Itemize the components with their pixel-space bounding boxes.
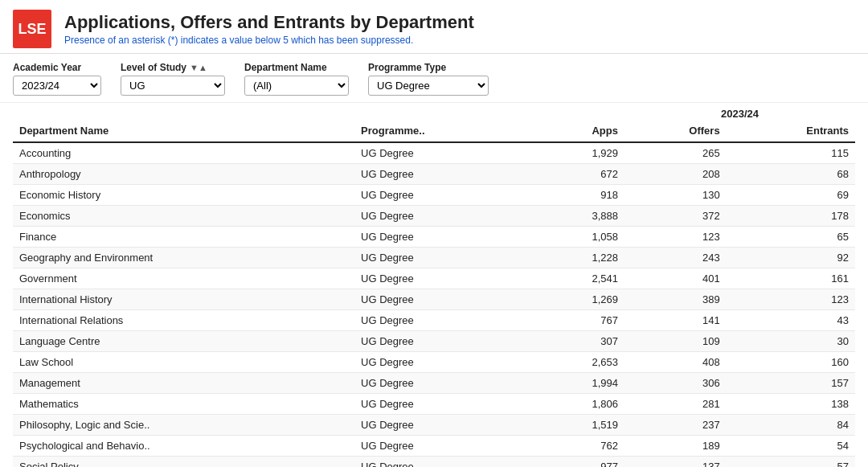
programme-type-label: Programme Type xyxy=(368,62,489,73)
table-row: Geography and Environment UG Degree 1,22… xyxy=(13,248,855,268)
cell-prog: UG Degree xyxy=(354,310,534,331)
cell-dept: Economics xyxy=(13,206,354,227)
table-row: Language Centre UG Degree 307 109 30 xyxy=(13,331,855,352)
cell-prog: UG Degree xyxy=(354,331,534,352)
subtitle: Presence of an asterisk (*) indicates a … xyxy=(64,35,474,46)
cell-entrants: 92 xyxy=(727,248,855,268)
cell-offers: 109 xyxy=(624,331,727,352)
cell-offers: 281 xyxy=(624,394,727,415)
cell-offers: 141 xyxy=(624,310,727,331)
table-body: Accounting UG Degree 1,929 265 115 Anthr… xyxy=(13,142,855,467)
cell-dept: Anthropology xyxy=(13,164,354,185)
cell-apps: 1,058 xyxy=(534,227,624,248)
table-row: Law School UG Degree 2,653 408 160 xyxy=(13,352,855,373)
cell-apps: 1,806 xyxy=(534,394,624,415)
level-of-study-select[interactable]: UG PG All xyxy=(121,76,225,96)
cell-prog: UG Degree xyxy=(354,164,534,185)
cell-apps: 1,519 xyxy=(534,415,624,436)
level-of-study-filter: Level of Study ▼▲ UG PG All xyxy=(121,62,225,96)
level-of-study-label: Level of Study ▼▲ xyxy=(121,62,225,73)
cell-dept: International History xyxy=(13,289,354,310)
column-header-row: Department Name Programme.. Apps Offers … xyxy=(13,121,855,142)
cell-entrants: 123 xyxy=(727,289,855,310)
department-name-filter: Department Name (All) Accounting Anthrop… xyxy=(244,62,349,96)
table-row: Accounting UG Degree 1,929 265 115 xyxy=(13,142,855,164)
cell-apps: 762 xyxy=(534,436,624,457)
cell-dept: Language Centre xyxy=(13,331,354,352)
cell-dept: Management xyxy=(13,373,354,394)
cell-entrants: 157 xyxy=(727,373,855,394)
cell-offers: 237 xyxy=(624,415,727,436)
cell-entrants: 115 xyxy=(727,142,855,164)
cell-apps: 1,929 xyxy=(534,142,624,164)
table-row: Mathematics UG Degree 1,806 281 138 xyxy=(13,394,855,415)
cell-apps: 3,888 xyxy=(534,206,624,227)
department-name-select[interactable]: (All) Accounting Anthropology Economics xyxy=(244,76,349,96)
year-header-row: 2023/24 xyxy=(13,103,855,121)
cell-entrants: 69 xyxy=(727,185,855,206)
table-row: Economic History UG Degree 918 130 69 xyxy=(13,185,855,206)
page-title: Applications, Offers and Entrants by Dep… xyxy=(64,12,474,33)
cell-offers: 389 xyxy=(624,289,727,310)
programme-type-select[interactable]: UG Degree All UG Diploma xyxy=(368,76,489,96)
cell-offers: 123 xyxy=(624,227,727,248)
cell-prog: UG Degree xyxy=(354,373,534,394)
cell-offers: 130 xyxy=(624,185,727,206)
page-header: LSE Applications, Offers and Entrants by… xyxy=(0,0,868,54)
cell-dept: Government xyxy=(13,268,354,289)
academic-year-filter: Academic Year 2023/24 2022/23 2021/22 20… xyxy=(13,62,101,96)
cell-offers: 408 xyxy=(624,352,727,373)
table-row: Management UG Degree 1,994 306 157 xyxy=(13,373,855,394)
cell-dept: Economic History xyxy=(13,185,354,206)
col-offers: Offers xyxy=(624,121,727,142)
col-apps: Apps xyxy=(534,121,624,142)
col-dept: Department Name xyxy=(13,121,354,142)
cell-prog: UG Degree xyxy=(354,142,534,164)
cell-offers: 243 xyxy=(624,248,727,268)
academic-year-select[interactable]: 2023/24 2022/23 2021/22 2020/21 xyxy=(13,76,101,96)
cell-entrants: 43 xyxy=(727,310,855,331)
cell-prog: UG Degree xyxy=(354,394,534,415)
cell-entrants: 161 xyxy=(727,268,855,289)
cell-entrants: 178 xyxy=(727,206,855,227)
academic-year-label: Academic Year xyxy=(13,62,101,73)
cell-dept: Geography and Environment xyxy=(13,248,354,268)
cell-offers: 372 xyxy=(624,206,727,227)
cell-entrants: 54 xyxy=(727,436,855,457)
cell-offers: 265 xyxy=(624,142,727,164)
lse-logo: LSE xyxy=(13,10,51,48)
cell-apps: 2,541 xyxy=(534,268,624,289)
cell-offers: 208 xyxy=(624,164,727,185)
cell-dept: Psychological and Behavio.. xyxy=(13,436,354,457)
cell-dept: Mathematics xyxy=(13,394,354,415)
table-row: Philosophy, Logic and Scie.. UG Degree 1… xyxy=(13,415,855,436)
cell-prog: UG Degree xyxy=(354,185,534,206)
cell-apps: 1,228 xyxy=(534,248,624,268)
table-row: International History UG Degree 1,269 38… xyxy=(13,289,855,310)
cell-entrants: 57 xyxy=(727,457,855,468)
filter-icon: ▼▲ xyxy=(190,63,207,72)
data-table: 2023/24 Department Name Programme.. Apps… xyxy=(13,103,855,467)
cell-apps: 2,653 xyxy=(534,352,624,373)
table-row: Economics UG Degree 3,888 372 178 xyxy=(13,206,855,227)
cell-entrants: 30 xyxy=(727,331,855,352)
cell-entrants: 68 xyxy=(727,164,855,185)
cell-prog: UG Degree xyxy=(354,227,534,248)
header-text: Applications, Offers and Entrants by Dep… xyxy=(64,12,474,46)
col-prog: Programme.. xyxy=(354,121,534,142)
table-row: Psychological and Behavio.. UG Degree 76… xyxy=(13,436,855,457)
cell-entrants: 160 xyxy=(727,352,855,373)
cell-entrants: 84 xyxy=(727,415,855,436)
table-row: Anthropology UG Degree 672 208 68 xyxy=(13,164,855,185)
cell-apps: 1,994 xyxy=(534,373,624,394)
table-container: 2023/24 Department Name Programme.. Apps… xyxy=(0,103,868,467)
cell-dept: Philosophy, Logic and Scie.. xyxy=(13,415,354,436)
cell-dept: Finance xyxy=(13,227,354,248)
cell-dept: International Relations xyxy=(13,310,354,331)
table-row: Finance UG Degree 1,058 123 65 xyxy=(13,227,855,248)
cell-apps: 672 xyxy=(534,164,624,185)
cell-apps: 977 xyxy=(534,457,624,468)
cell-apps: 1,269 xyxy=(534,289,624,310)
table-row: Government UG Degree 2,541 401 161 xyxy=(13,268,855,289)
cell-prog: UG Degree xyxy=(354,352,534,373)
